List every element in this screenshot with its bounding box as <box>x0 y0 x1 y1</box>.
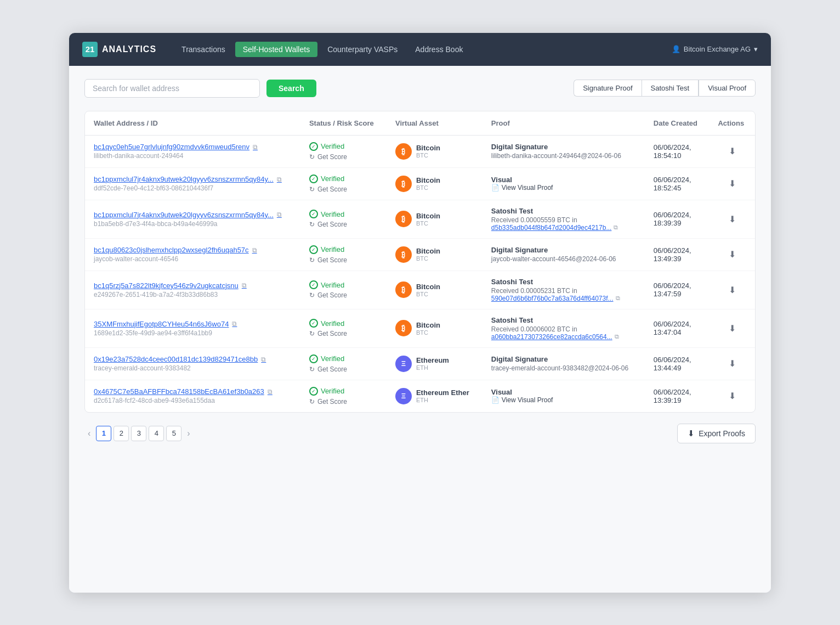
wallet-address[interactable]: bc1ppxmclul7jr4aknx9utwek20lgyyv6zsnszxr… <box>94 175 292 183</box>
logo: 21 ANALYTICS <box>82 42 156 57</box>
get-score[interactable]: ↻ Get Score <box>309 153 378 161</box>
asset-name: Ethereum <box>416 356 449 364</box>
proof-cell: Satoshi Test Received 0.00005559 BTC in … <box>483 200 645 238</box>
get-score[interactable]: ↻ Get Score <box>309 330 378 337</box>
download-button[interactable]: ⬇ <box>718 249 746 260</box>
date-cell: 06/06/2024,18:52:45 <box>645 167 710 200</box>
copy-address-icon[interactable]: ⧉ <box>277 211 282 218</box>
proof-tx-link[interactable]: a060bba2173073266ce82accda6c0564... <box>491 333 612 341</box>
copy-address-icon[interactable]: ⧉ <box>261 356 266 363</box>
tx-hash-wrap: a060bba2173073266ce82accda6c0564... ⧉ <box>491 333 636 341</box>
copy-address-icon[interactable]: ⧉ <box>277 176 282 183</box>
wallet-address[interactable]: bc1ppxmclul7jr4aknx9utwek20lgyyv6zsnszxr… <box>94 211 292 219</box>
search-button[interactable]: Search <box>266 80 316 97</box>
download-button[interactable]: ⬇ <box>718 358 746 369</box>
refresh-icon: ↻ <box>309 365 315 373</box>
nav-item-transactions[interactable]: Transactions <box>174 42 233 57</box>
wallet-id: b1ba5eb8-d7e3-4f4a-bbca-b49a4e46999a <box>94 220 292 228</box>
copy-address-icon[interactable]: ⧉ <box>232 320 237 328</box>
tab-signature-proof[interactable]: Signature Proof <box>574 80 641 97</box>
table-row: bc1qu80623c0jslhemxhclpp2wxsegl2fh6uqah5… <box>85 238 755 271</box>
table-row: bc1ppxmclul7jr4aknx9utwek20lgyyv6zsnszxr… <box>85 167 755 200</box>
wallet-id: d2c617a8-fcf2-48cd-abe9-493e6a155daa <box>94 397 292 404</box>
wallet-address[interactable]: bc1qu80623c0jslhemxhclpp2wxsegl2fh6uqah5… <box>94 246 292 254</box>
verified-label: Verified <box>321 281 344 289</box>
asset-text: Bitcoin BTC <box>416 247 440 262</box>
table-row: 0x19e23a7528dc4ceec00d181dc139d829471ce8… <box>85 347 755 380</box>
pagination-next[interactable]: › <box>184 426 193 441</box>
date-value: 06/06/2024,18:39:39 <box>654 211 701 227</box>
pagination-page-3[interactable]: 3 <box>131 426 146 441</box>
proof-tx-link[interactable]: 590e07d6b6bf76b0c7a63a76d4ff64073f... <box>491 295 614 302</box>
pagination-page-2[interactable]: 2 <box>113 426 129 441</box>
proof-detail: lilibeth-danika-account-249464@2024-06-0… <box>491 152 636 160</box>
export-proofs-button[interactable]: ⬇ Export Proofs <box>677 424 756 443</box>
download-button[interactable]: ⬇ <box>718 214 746 224</box>
wallet-cell: bc1qyc0eh5ue7grlvlujnfg90zmdvvk6mweud5re… <box>85 135 300 167</box>
logo-box: 21 <box>82 42 98 57</box>
nav-item-self-hosted[interactable]: Self-Hosted Wallets <box>235 42 317 57</box>
date-value: 06/06/2024,18:54:10 <box>654 143 701 160</box>
proof-detail: Received 0.00005231 BTC in <box>491 287 636 295</box>
copy-tx-icon[interactable]: ⧉ <box>614 224 618 231</box>
wallet-cell: bc1ppxmclul7jr4aknx9utwek20lgyyv6zsnszxr… <box>85 167 300 200</box>
copy-tx-icon[interactable]: ⧉ <box>616 295 620 302</box>
download-button[interactable]: ⬇ <box>718 285 746 295</box>
status-col: ✓ Verified ↻ Get Score <box>309 319 378 337</box>
asset-ticker: ETH <box>416 364 449 371</box>
copy-address-icon[interactable]: ⧉ <box>253 143 258 151</box>
view-visual-proof-link[interactable]: 📄 View Visual Proof <box>491 396 636 404</box>
copy-address-icon[interactable]: ⧉ <box>252 246 257 254</box>
get-score[interactable]: ↻ Get Score <box>309 256 378 264</box>
wallet-address[interactable]: 35XMFmxhujifEgotp8CYHeu54n6sJ6wo74 ⧉ <box>94 320 292 328</box>
user-menu[interactable]: 👤 Bitcoin Exchange AG ▾ <box>672 45 758 53</box>
copy-tx-icon[interactable]: ⧉ <box>615 333 619 340</box>
wallet-id: tracey-emerald-account-9383482 <box>94 364 292 372</box>
status-col: ✓ Verified ↻ Get Score <box>309 174 378 193</box>
asset-info: Ξ Ethereum Ether ETH <box>395 388 474 404</box>
pagination-page-5[interactable]: 5 <box>166 426 181 441</box>
table-row: 35XMFmxhujifEgotp8CYHeu54n6sJ6wo74 ⧉ 168… <box>85 309 755 347</box>
wallet-address[interactable]: 0x4675C7e5BaAFBFFbca748158bEcBA61ef3b0a2… <box>94 387 292 396</box>
download-button[interactable]: ⬇ <box>718 391 746 401</box>
proof-detail: tracey-emerald-account-9383482@2024-06-0… <box>491 364 636 372</box>
download-button[interactable]: ⬇ <box>718 178 746 189</box>
copy-address-icon[interactable]: ⧉ <box>268 388 273 396</box>
wallet-id: 1689e1d2-35fe-49d9-ae94-e3ff6f4a1bb9 <box>94 329 292 337</box>
actions-cell: ⬇ <box>709 238 755 271</box>
view-visual-proof-link[interactable]: 📄 View Visual Proof <box>491 184 636 192</box>
search-input[interactable] <box>84 79 260 98</box>
btc-icon: ₿ <box>395 281 412 298</box>
get-score[interactable]: ↻ Get Score <box>309 291 378 299</box>
wallet-address[interactable]: bc1qyc0eh5ue7grlvlujnfg90zmdvvk6mweud5re… <box>94 143 292 151</box>
download-button[interactable]: ⬇ <box>718 323 746 334</box>
export-icon: ⬇ <box>688 429 695 438</box>
proof-detail: Received 0.00006002 BTC in <box>491 325 636 333</box>
pagination-page-4[interactable]: 4 <box>149 426 164 441</box>
date-cell: 06/06/2024,13:49:39 <box>645 238 710 271</box>
tab-visual-proof[interactable]: Visual Proof <box>699 80 756 97</box>
nav-item-address-book[interactable]: Address Book <box>407 42 470 57</box>
get-score[interactable]: ↻ Get Score <box>309 221 378 228</box>
nav-item-counterparty[interactable]: Counterparty VASPs <box>320 42 405 57</box>
copy-address-icon[interactable]: ⧉ <box>242 281 247 289</box>
get-score[interactable]: ↻ Get Score <box>309 398 378 406</box>
pagination-prev[interactable]: ‹ <box>84 426 94 441</box>
verified-icon: ✓ <box>309 245 318 254</box>
col-header-actions: Actions <box>709 111 755 136</box>
pagination-page-1[interactable]: 1 <box>96 426 111 441</box>
wallet-address[interactable]: bc1q5rzj5a7s822lt9kjfcey546z9v2ugkcatcjs… <box>94 281 292 290</box>
tab-satoshi-test[interactable]: Satoshi Test <box>642 80 699 97</box>
asset-ticker: BTC <box>416 220 440 227</box>
get-score[interactable]: ↻ Get Score <box>309 365 378 373</box>
get-score-label: Get Score <box>317 153 347 161</box>
col-header-wallet: Wallet Address / ID <box>85 111 300 136</box>
download-button[interactable]: ⬇ <box>718 146 746 156</box>
wallet-address[interactable]: 0x19e23a7528dc4ceec00d181dc139d829471ce8… <box>94 355 292 363</box>
get-score[interactable]: ↻ Get Score <box>309 185 378 193</box>
proof-type: Digital Signature <box>491 143 636 151</box>
asset-cell: ₿ Bitcoin BTC <box>387 135 483 167</box>
proof-type: Satoshi Test <box>491 207 636 215</box>
proof-tx-link[interactable]: d5b335adb044f8b647d2004d9ec4217b... <box>491 224 612 232</box>
wallet-id: e249267e-2651-419b-a7a2-4f3b33d86b83 <box>94 291 292 299</box>
